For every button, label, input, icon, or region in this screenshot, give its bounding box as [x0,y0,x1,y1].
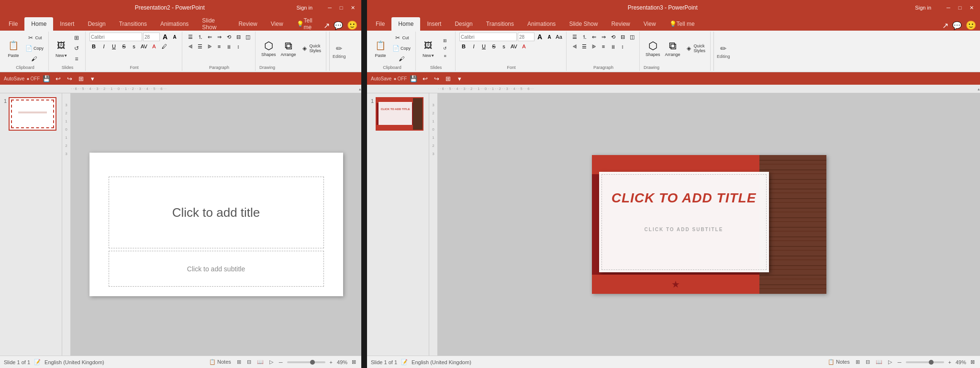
left-section-button[interactable]: ≡ [71,54,82,64]
left-normal-view-button[interactable]: ⊞ [235,358,243,366]
left-autosave-state[interactable]: OFF [30,76,40,81]
left-tab-design[interactable]: Design [81,17,112,31]
right-tab-review[interactable]: Review [604,17,636,31]
right-align-right-button[interactable]: ⫸ [590,42,598,51]
right-tab-home[interactable]: Home [391,17,420,31]
right-shadow-button[interactable]: s [500,42,508,51]
left-layout-button[interactable]: ⊞ [71,33,82,43]
right-justify-button[interactable]: ≡ [599,42,608,51]
right-tab-slideshow[interactable]: Slide Show [562,17,604,31]
right-font-name-input[interactable] [459,33,517,41]
left-numbering-button[interactable]: ⒈ [196,33,204,41]
right-zoom-out-button[interactable]: ─ [896,359,903,366]
left-reset-button[interactable]: ↺ [71,44,82,53]
left-copy-button[interactable]: 📄 Copy [23,44,45,53]
right-minimize-button[interactable]: ─ [945,4,952,11]
left-restore-button[interactable]: □ [337,4,345,11]
left-ruler-toggle[interactable]: ▴ [359,87,361,91]
left-minimize-button[interactable]: ─ [326,4,334,11]
left-paste-button[interactable]: 📋 Paste [5,38,22,59]
left-slide-thumbnail[interactable] [9,97,56,131]
right-italic-button[interactable]: I [469,42,478,51]
left-undo-button[interactable]: ↩ [53,74,63,83]
left-subtitle-placeholder[interactable]: Click to add subtitle [109,251,324,287]
right-comment-icon[interactable]: 💬 [952,21,962,30]
right-customize-button[interactable]: ⊞ [443,74,453,83]
left-fit-window-button[interactable]: ⊠ [350,358,357,366]
right-more-button[interactable]: ▾ [455,74,464,83]
right-undo-button[interactable]: ↩ [420,74,430,83]
left-tab-transitions[interactable]: Transitions [112,17,154,31]
right-tab-view[interactable]: View [637,17,663,31]
left-reading-view-button[interactable]: 📖 [256,358,265,366]
left-bullets-button[interactable]: ☰ [186,33,195,41]
left-zoom-in-button[interactable]: + [328,359,334,366]
left-char-spacing-button[interactable]: AV [140,42,148,51]
right-arrange-button[interactable]: ⧉ Arrange [663,39,682,58]
left-customize-button[interactable]: ⊞ [76,74,86,83]
left-title-placeholder[interactable]: Click to add title [109,177,324,248]
left-redo-button[interactable]: ↪ [65,74,74,83]
left-notes-button[interactable]: 📋 Notes [208,358,233,366]
right-align-center-button[interactable]: ☰ [580,42,589,51]
right-font-color-button[interactable]: A [520,42,528,51]
right-text-direction-button[interactable]: ⟲ [609,33,617,41]
left-tab-home[interactable]: Home [24,17,53,31]
left-tab-file[interactable]: File [2,17,24,31]
right-ruler-toggle[interactable]: ▴ [978,87,980,91]
right-clear-formatting-button[interactable]: Aa [555,33,563,41]
left-tab-review[interactable]: Review [232,17,264,31]
right-zoom-in-button[interactable]: + [947,359,953,366]
left-font-name-input[interactable] [89,33,142,41]
left-italic-button[interactable]: I [100,42,108,51]
right-bold-button[interactable]: B [459,42,468,51]
right-cut-button[interactable]: ✂ Cut [390,33,412,43]
left-align-left-button[interactable]: ⫷ [186,42,195,51]
left-zoom-out-button[interactable]: ─ [278,359,284,366]
left-underline-button[interactable]: U [110,42,118,51]
left-align-center-button[interactable]: ☰ [196,42,204,51]
right-paste-button[interactable]: 📋 Paste [372,38,389,59]
left-smartart-button[interactable]: ◫ [244,33,252,41]
right-line-spacing-button[interactable]: ↕ [618,42,627,51]
right-char-spacing-button[interactable]: AV [510,42,518,51]
right-tab-design[interactable]: Design [448,17,479,31]
left-line-spacing-button[interactable]: ↕ [234,42,243,51]
right-autosave-state[interactable]: OFF [397,76,407,81]
left-new-slide-button[interactable]: 🖼 New ▾ [53,38,70,59]
right-font-decrease-button[interactable]: A [545,33,554,41]
right-numbering-button[interactable]: ⒈ [580,33,589,41]
left-slideshow-button[interactable]: ▷ [268,358,275,366]
left-quick-styles-button[interactable]: ◈ QuickStyles [299,43,323,54]
right-save-button[interactable]: 💾 [409,74,418,83]
right-tab-animations[interactable]: Animations [521,17,562,31]
left-format-painter-button[interactable]: 🖌 [23,54,45,64]
left-columns-button[interactable]: ⫼ [224,42,233,51]
right-align-text-button[interactable]: ⊟ [618,33,627,41]
left-tab-view[interactable]: View [264,17,290,31]
right-layout-button[interactable]: ⊞ [438,37,452,44]
right-slide-sorter-button[interactable]: ⊟ [864,358,871,366]
right-font-size-input[interactable] [518,33,535,41]
right-align-left-button[interactable]: ⫷ [570,42,579,51]
left-tab-insert[interactable]: Insert [53,17,81,31]
left-font-increase-button[interactable]: A [161,33,169,41]
right-sign-in[interactable]: Sign in [915,5,931,11]
left-font-decrease-button[interactable]: A [170,33,179,41]
right-bullets-button[interactable]: ☰ [570,33,579,41]
left-align-right-button[interactable]: ⫸ [205,42,214,51]
right-share-icon[interactable]: ↗ [942,21,948,30]
right-title-placeholder[interactable]: CLICK TO ADD TITLE [599,179,769,217]
right-tab-file[interactable]: File [369,17,391,31]
right-smartart-button[interactable]: ◫ [628,33,636,41]
left-text-direction-button[interactable]: ⟲ [224,33,233,41]
right-font-increase-button[interactable]: A [535,33,544,41]
left-shapes-button[interactable]: ⬡ Shapes [259,39,278,58]
right-tab-tellme[interactable]: 💡 Tell me [663,17,702,31]
right-format-painter-button[interactable]: 🖌 [390,54,412,64]
right-shapes-button[interactable]: ⬡ Shapes [644,39,662,58]
left-font-size-input[interactable] [143,33,160,41]
left-text-hilight-button[interactable]: 🖊 [160,42,168,51]
right-new-slide-button[interactable]: 🖼 New ▾ [420,38,437,59]
right-copy-button[interactable]: 📄 Copy [390,44,412,53]
